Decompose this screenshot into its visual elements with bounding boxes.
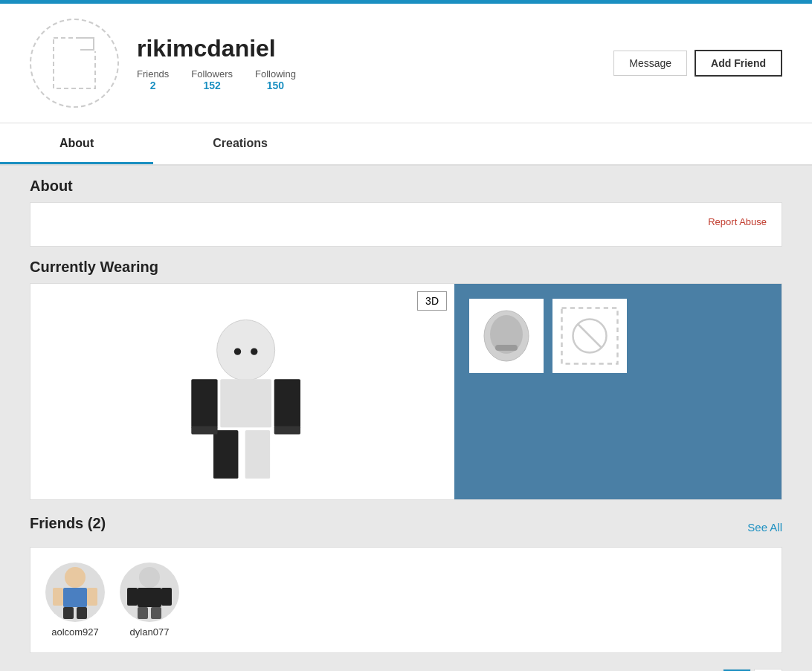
content-area: About Report Abuse Currently Wearing 3D [0,166,812,671]
svg-rect-28 [138,607,148,619]
svg-rect-22 [63,607,74,619]
report-abuse-button[interactable]: Report Abuse [38,210,774,233]
svg-point-4 [251,349,257,355]
svg-point-24 [139,567,160,588]
svg-rect-20 [53,588,63,606]
btn-3d[interactable]: 3D [417,291,447,311]
profile-header-wrapper: rikimcdaniel Friends 2 Followers 152 Fol… [0,4,812,166]
header-actions: Message Add Friend [613,50,782,77]
svg-rect-25 [138,588,161,607]
friends-section: Friends (2) See All [30,515,782,653]
friend-1-avatar-icon [45,563,105,622]
friend-avatar-1 [45,563,105,622]
friends-label: Friends [137,68,169,80]
item-thumb-1[interactable] [469,299,544,373]
svg-rect-21 [87,588,97,606]
svg-line-17 [578,324,602,349]
friend-name-2: dylan077 [130,626,170,638]
tab-creations[interactable]: Creations [153,125,327,164]
item-1-icon [477,306,536,366]
friends-value: 2 [150,80,156,91]
svg-rect-29 [151,607,161,619]
currently-wearing-section: Currently Wearing 3D [30,259,782,500]
svg-rect-26 [127,588,138,606]
svg-rect-7 [274,379,300,427]
about-title: About [30,178,782,195]
stat-friends[interactable]: Friends 2 [137,68,169,91]
avatar-3d-panel: 3D [30,284,454,499]
following-value: 150 [267,80,284,91]
main-content: About Report Abuse Currently Wearing 3D [0,166,812,671]
profile-header: rikimcdaniel Friends 2 Followers 152 Fol… [0,4,812,123]
add-friend-button[interactable]: Add Friend [695,50,782,77]
profile-info: rikimcdaniel Friends 2 Followers 152 Fol… [137,35,596,91]
svg-rect-10 [191,426,217,434]
username: rikimcdaniel [137,35,596,62]
friends-title: Friends (2) [30,515,106,532]
stat-following[interactable]: Following 150 [255,68,296,91]
friend-2-avatar-icon [120,563,179,622]
stats-row: Friends 2 Followers 152 Following 150 [137,68,596,91]
items-panel [454,284,782,499]
svg-rect-14 [495,345,518,351]
item-2-placeholder-icon [552,299,627,373]
svg-point-3 [234,349,241,355]
groups-header: Groups [30,668,782,671]
friend-name-1: aolcom927 [51,626,99,638]
friend-item-1[interactable]: aolcom927 [45,563,105,638]
groups-section: Groups [30,668,782,671]
message-button[interactable]: Message [613,51,687,76]
svg-rect-5 [220,379,271,427]
item-thumb-2[interactable] [552,299,627,373]
svg-rect-9 [245,430,270,479]
tabs-bar: About Creations [0,125,812,165]
groups-title: Groups [30,668,83,671]
following-label: Following [255,68,296,80]
friends-list: aolcom927 [30,547,782,653]
svg-rect-8 [213,430,238,479]
svg-rect-11 [274,426,300,434]
friend-avatar-2 [120,563,179,622]
svg-point-18 [65,567,86,588]
see-all-friends[interactable]: See All [747,521,782,534]
avatar [30,19,119,108]
followers-value: 152 [203,80,220,91]
tab-about[interactable]: About [0,125,153,164]
character-figure [131,295,354,488]
svg-rect-6 [191,379,217,427]
friends-section-header: Friends (2) See All [30,515,782,539]
svg-rect-27 [161,588,172,606]
svg-point-2 [217,320,275,380]
friend-item-2[interactable]: dylan077 [120,563,179,638]
wearing-container: 3D [30,283,782,500]
svg-rect-19 [63,588,87,607]
followers-label: Followers [191,68,233,80]
currently-wearing-title: Currently Wearing [30,259,782,276]
stat-followers[interactable]: Followers 152 [191,68,233,91]
about-box: Report Abuse [30,202,782,247]
svg-rect-23 [77,607,87,619]
about-section: About Report Abuse [30,178,782,247]
